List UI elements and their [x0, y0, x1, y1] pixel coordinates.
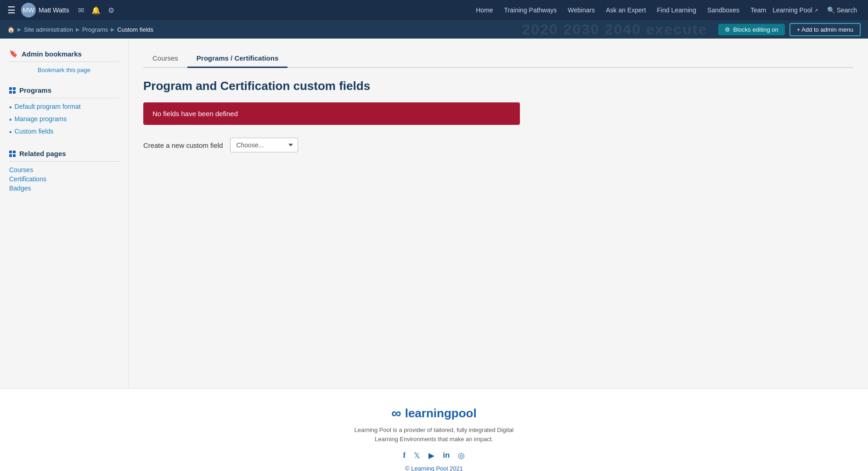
breadcrumb-sep-3: ▶ [111, 27, 114, 33]
gear-icon[interactable]: ⚙ [108, 6, 114, 15]
twitter-icon[interactable]: 𝕏 [414, 451, 420, 460]
breadcrumb: 🏠 ▶ Site administration ▶ Programs ▶ Cus… [7, 26, 153, 33]
list-item: Certifications [9, 175, 119, 183]
breadcrumb-actions: ⚙ Blocks editing on + Add to admin menu [718, 23, 861, 36]
facebook-icon[interactable]: f [403, 451, 406, 460]
breadcrumb-site-admin[interactable]: Site administration [24, 26, 73, 33]
footer: ∞ learningpool Learning Pool is a provid… [0, 388, 868, 471]
sidebar: 🔖 Admin bookmarks Bookmark this page Pro… [0, 39, 129, 388]
create-field-label: Create a new custom field [143, 141, 223, 149]
footer-tagline: Learning Pool is a provider of tailored,… [342, 426, 526, 443]
gear-small-icon: ⚙ [725, 26, 730, 33]
bookmark-this-page[interactable]: Bookmark this page [9, 67, 119, 73]
nav-webinars[interactable]: Webinars [563, 6, 599, 14]
custom-fields-link[interactable]: Custom fields [15, 128, 54, 135]
nav-sandboxes[interactable]: Sandboxes [703, 6, 744, 14]
nav-training-pathways[interactable]: Training Pathways [500, 6, 562, 14]
youtube-icon[interactable]: ▶ [428, 451, 434, 460]
programs-title: Programs [9, 86, 119, 98]
admin-bookmarks-title: 🔖 Admin bookmarks [9, 50, 119, 62]
tab-courses[interactable]: Courses [143, 50, 187, 68]
list-item: Custom fields [9, 128, 119, 137]
nav-find-learning[interactable]: Find Learning [652, 6, 701, 14]
footer-social: f 𝕏 ▶ in ◎ [0, 451, 868, 460]
add-to-admin-menu-button[interactable]: + Add to admin menu [789, 23, 861, 36]
breadcrumb-home[interactable]: 🏠 [7, 26, 15, 33]
nav-team[interactable]: Team [746, 6, 771, 14]
learningpool-logo-icon: ∞ [391, 405, 401, 421]
default-program-format-link[interactable]: Default program format [15, 103, 81, 110]
page-title: Program and Certification custom fields [143, 79, 853, 93]
search-icon: 🔍 [827, 6, 835, 14]
sidebar-related-pages: Related pages Courses Certifications Bad… [9, 150, 119, 192]
manage-programs-link[interactable]: Manage programs [15, 115, 67, 123]
footer-copyright: © Learning Pool 2021 [0, 465, 868, 471]
blocks-editing-button[interactable]: ⚙ Blocks editing on [718, 24, 784, 35]
sidebar-admin-bookmarks: 🔖 Admin bookmarks Bookmark this page [9, 50, 119, 73]
username-label: Matt Watts [39, 6, 69, 14]
main-layout: 🔖 Admin bookmarks Bookmark this page Pro… [0, 39, 868, 388]
instagram-icon[interactable]: ◎ [458, 451, 465, 460]
bookmark-icon: 🔖 [9, 50, 18, 58]
nav-home[interactable]: Home [471, 6, 497, 14]
certifications-related-link[interactable]: Certifications [9, 175, 46, 183]
related-pages-title: Related pages [9, 150, 119, 162]
badges-related-link[interactable]: Badges [9, 185, 31, 192]
list-item: Manage programs [9, 115, 119, 125]
nav-links: Home Training Pathways Webinars Ask an E… [471, 6, 817, 14]
top-navigation: ☰ MW Matt Watts ✉ 🔔 ⚙ Home Training Path… [0, 0, 868, 20]
grid-icon [9, 87, 16, 94]
tab-bar: Courses Programs / Certifications [143, 50, 853, 68]
related-pages-list: Courses Certifications Badges [9, 166, 119, 192]
sidebar-programs: Programs Default program format Manage p… [9, 86, 119, 137]
user-menu[interactable]: MW Matt Watts [21, 3, 69, 17]
breadcrumb-current: Custom fields [117, 26, 153, 33]
custom-field-type-select[interactable]: Choose... Checkbox Date/time File Menu o… [230, 138, 298, 152]
breadcrumb-sep-2: ▶ [76, 27, 79, 33]
nav-icon-group: ✉ 🔔 ⚙ [78, 6, 114, 15]
nav-ask-expert[interactable]: Ask an Expert [601, 6, 650, 14]
hamburger-menu[interactable]: ☰ [7, 5, 16, 16]
bell-icon[interactable]: 🔔 [91, 6, 101, 15]
nav-learning-pool[interactable]: Learning Pool ↗ [772, 6, 817, 14]
no-fields-alert: No fields have been defined [143, 102, 520, 125]
list-item: Badges [9, 185, 119, 192]
programs-list: Default program format Manage programs C… [9, 103, 119, 137]
avatar: MW [21, 3, 36, 17]
breadcrumb-sep-1: ▶ [17, 27, 21, 33]
linkedin-icon[interactable]: in [443, 451, 450, 460]
watermark-text: 2020 2030 2040 execute [522, 21, 707, 38]
search-button[interactable]: 🔍 Search [823, 5, 861, 16]
courses-related-link[interactable]: Courses [9, 166, 33, 174]
mail-icon[interactable]: ✉ [78, 6, 84, 15]
list-item: Courses [9, 166, 119, 174]
tab-programs-certifications[interactable]: Programs / Certifications [187, 50, 287, 68]
breadcrumb-bar: 🏠 ▶ Site administration ▶ Programs ▶ Cus… [0, 20, 868, 39]
footer-logo-text: learningpool [405, 406, 477, 421]
breadcrumb-programs[interactable]: Programs [82, 26, 108, 33]
grid-icon-related [9, 151, 16, 157]
list-item: Default program format [9, 103, 119, 112]
main-content: Courses Programs / Certifications Progra… [129, 39, 868, 388]
create-custom-field-row: Create a new custom field Choose... Chec… [143, 138, 853, 152]
footer-logo: ∞ learningpool [0, 405, 868, 421]
